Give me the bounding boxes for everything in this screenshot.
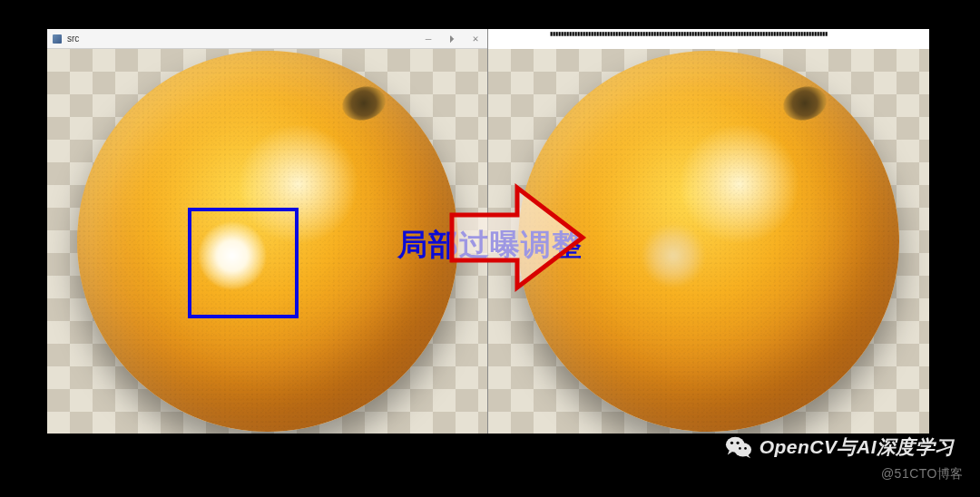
window-title: src [67,34,422,44]
watermark-text: OpenCV与AI深度学习 [760,434,955,460]
svg-point-3 [736,442,739,444]
app-icon [53,34,62,44]
src-window: src — ⏵ ✕ [47,29,488,434]
svg-point-5 [744,447,747,450]
svg-point-4 [739,447,741,450]
titlebar-left: src — ⏵ ✕ [47,29,487,49]
orange-texture [518,51,899,432]
svg-point-2 [730,442,733,444]
close-button[interactable]: ✕ [469,33,482,45]
wechat-icon [725,434,752,461]
result-window: ▮▮▮▮▮▮▮▮▮▮▮▮▮▮▮▮▮▮▮▮▮▮▮▮▮▮▮▮▮▮▮▮▮▮▮▮▮▮▮▮… [488,29,929,434]
orange-fruit [518,51,899,432]
window-controls: — ⏵ ✕ [422,33,482,45]
corrected-highlight [640,222,707,289]
minimize-button[interactable]: — [422,33,435,45]
restore-button[interactable]: ⏵ [446,33,458,45]
titlebar-right: ▮▮▮▮▮▮▮▮▮▮▮▮▮▮▮▮▮▮▮▮▮▮▮▮▮▮▮▮▮▮▮▮▮▮▮▮▮▮▮▮… [488,29,929,49]
watermark: OpenCV与AI深度学习 [725,434,955,461]
content-area: src — ⏵ ✕ ▮▮▮▮▮▮▮▮▮▮▮▮▮▮▮▮▮▮▮▮▮▮▮▮▮▮▮▮▮▮… [47,29,929,434]
svg-point-1 [734,443,751,456]
top-markers: ▮▮▮▮▮▮▮▮▮▮▮▮▮▮▮▮▮▮▮▮▮▮▮▮▮▮▮▮▮▮▮▮▮▮▮▮▮▮▮▮… [550,31,867,38]
credit-text: @51CTO博客 [881,466,964,482]
src-image [47,49,487,434]
highlight-box [188,208,299,318]
result-image [488,49,929,434]
